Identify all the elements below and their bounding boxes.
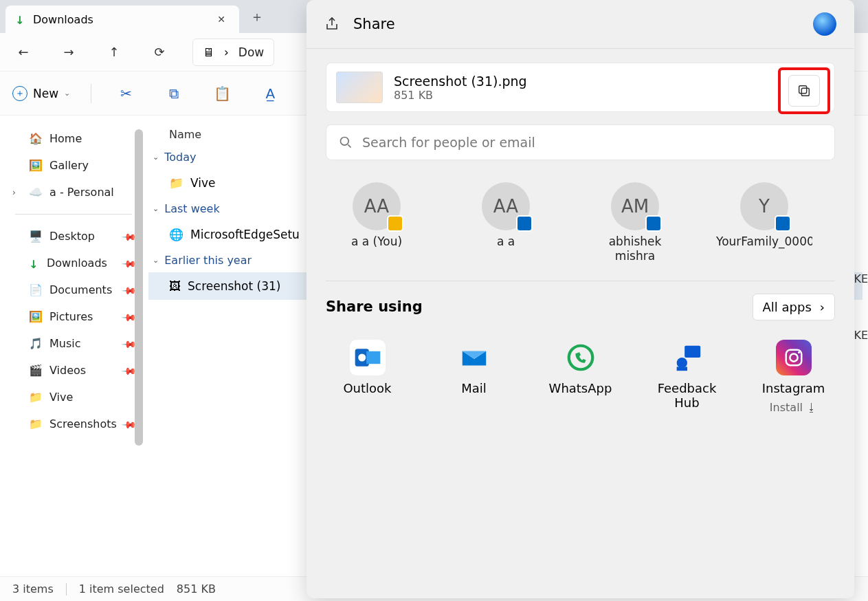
share-icon <box>324 16 341 32</box>
outlook-badge-icon <box>645 215 662 232</box>
forward-button[interactable]: → <box>56 40 81 65</box>
sidebar-item-videos[interactable]: Videos📌 <box>5 357 142 384</box>
chevron-right-icon[interactable]: › <box>12 188 16 197</box>
contact-avatar: Y <box>740 182 788 230</box>
sidebar-item-screenshots[interactable]: Screenshots📌 <box>5 411 142 437</box>
rename-button[interactable]: A̲ <box>256 85 284 102</box>
share-body: Screenshot (31).png 851 KB Search for pe… <box>307 49 854 428</box>
sidebar-item-gallery[interactable]: Gallery <box>5 152 142 179</box>
contact-name: a a <box>497 234 515 249</box>
new-tab-button[interactable]: ＋ <box>243 8 271 26</box>
music-icon <box>29 337 43 350</box>
sidebar-item-documents[interactable]: Documents📌 <box>5 276 142 303</box>
separator <box>15 214 132 215</box>
contact-item[interactable]: AM abhishek mishra <box>587 182 683 264</box>
chevron-right-icon: › <box>820 300 825 314</box>
file-thumbnail <box>336 72 383 103</box>
user-avatar[interactable] <box>813 12 836 36</box>
copy-button[interactable]: ⧉ <box>160 85 188 102</box>
contact-name: abhishek mishra <box>587 234 683 264</box>
share-header: Share <box>307 0 854 49</box>
sidebar-item-label: Vive <box>49 391 73 404</box>
obscured-text: KE <box>854 329 868 342</box>
share-using-header: Share using All apps › <box>326 294 835 320</box>
outlook-badge-icon <box>516 215 533 232</box>
sidebar-item-downloads[interactable]: Downloads📌 <box>5 250 142 276</box>
chevron-down-icon: ⌄ <box>153 256 159 265</box>
sidebar-item-vive[interactable]: Vive <box>5 384 142 411</box>
app-mail[interactable]: Mail <box>436 340 511 414</box>
mail-icon <box>456 340 492 375</box>
app-label: WhatsApp <box>549 381 612 395</box>
svg-point-5 <box>358 353 366 361</box>
all-apps-button[interactable]: All apps › <box>753 294 836 320</box>
sidebar-item-home[interactable]: Home <box>5 125 142 152</box>
up-button[interactable]: ↑ <box>102 40 126 65</box>
file-name: Vive <box>190 176 216 190</box>
breadcrumb[interactable]: Dow <box>238 45 264 59</box>
address-bar[interactable]: › Dow <box>192 39 274 66</box>
share-search-input[interactable]: Search for people or email <box>326 124 835 160</box>
status-selection: 1 item selected <box>79 582 164 595</box>
videos-icon <box>29 364 43 377</box>
instagram-icon <box>776 340 812 375</box>
contact-name: YourFamily_00000000000000… <box>716 234 812 249</box>
back-button[interactable]: ← <box>11 40 36 65</box>
avatar-initials: AM <box>621 196 649 217</box>
download-icon: ⭳ <box>806 401 817 414</box>
share-file-size: 851 KB <box>394 89 527 102</box>
chevron-down-icon: ⌄ <box>153 204 159 213</box>
share-file-card: Screenshot (31).png 851 KB <box>326 63 835 112</box>
all-apps-label: All apps <box>763 300 812 314</box>
app-label: Mail <box>461 381 487 395</box>
group-label: Earlier this year <box>164 254 252 267</box>
group-label: Last week <box>164 202 219 215</box>
desktop-icon <box>29 230 43 243</box>
app-feedback-hub[interactable]: Feedback Hub <box>649 340 724 414</box>
feedback-hub-icon <box>669 340 705 375</box>
app-whatsapp[interactable]: WhatsApp <box>543 340 618 414</box>
install-row[interactable]: Install ⭳ <box>770 401 817 414</box>
sidebar-item-label: Downloads <box>47 256 107 270</box>
paste-button[interactable]: 📋 <box>208 85 236 102</box>
sidebar-item-label: Videos <box>49 364 86 377</box>
downloads-icon <box>15 14 26 25</box>
sidebar-item-label: a - Personal <box>49 186 114 199</box>
share-apps: Outlook Mail WhatsApp Feedback Hub Insta… <box>326 340 835 414</box>
tab-close-button[interactable]: ✕ <box>213 12 230 26</box>
home-icon <box>29 132 43 145</box>
sidebar-item-pictures[interactable]: Pictures📌 <box>5 303 142 330</box>
new-button-label: New <box>33 87 58 100</box>
group-label: Today <box>164 151 196 164</box>
sidebar-item-label: Home <box>49 132 82 145</box>
contact-item[interactable]: AA a a (You) <box>329 182 425 264</box>
svg-rect-4 <box>366 351 380 363</box>
sidebar-item-music[interactable]: Music📌 <box>5 330 142 357</box>
app-instagram[interactable]: Instagram Install ⭳ <box>756 340 831 414</box>
contact-item[interactable]: AA a a <box>458 182 554 264</box>
status-item-count: 3 items <box>12 582 54 595</box>
cut-button[interactable]: ✂ <box>112 85 140 102</box>
copy-file-button[interactable] <box>788 75 820 107</box>
sidebar-item-label: Pictures <box>49 310 93 323</box>
sidebar-scrollbar[interactable] <box>135 129 143 446</box>
documents-icon <box>29 283 43 296</box>
sidebar-item-desktop[interactable]: Desktop📌 <box>5 223 142 250</box>
svg-rect-9 <box>676 367 687 371</box>
outlook-badge-icon <box>775 215 791 232</box>
separator <box>91 84 91 103</box>
file-meta: Screenshot (31).png 851 KB <box>394 74 527 102</box>
refresh-button[interactable]: ⟳ <box>147 40 172 65</box>
app-outlook[interactable]: Outlook <box>330 340 405 414</box>
contact-item[interactable]: Y YourFamily_00000000000000… <box>716 182 812 264</box>
search-icon <box>339 135 353 149</box>
tab-downloads[interactable]: Downloads ✕ <box>5 6 239 33</box>
separator <box>66 583 67 595</box>
new-button[interactable]: ＋ New ⌄ <box>12 86 70 101</box>
avatar-initials: AA <box>364 196 389 217</box>
avatar-initials: AA <box>493 196 518 217</box>
sidebar-item-personal[interactable]: ›a - Personal <box>5 179 142 206</box>
outlook-icon <box>350 340 386 375</box>
share-file-name: Screenshot (31).png <box>394 74 527 89</box>
chevron-right-icon: › <box>224 45 229 59</box>
